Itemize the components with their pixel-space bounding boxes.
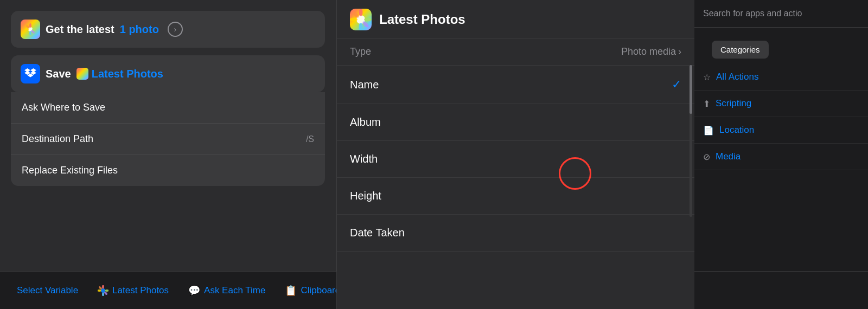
ask-where-save-item[interactable]: Ask Where to Save <box>11 92 325 124</box>
dropdown-item-height[interactable]: Height <box>337 178 694 215</box>
right-nav-scripting[interactable]: ⬆ Scripting <box>694 91 868 117</box>
dropdown-scrollbar-thumb <box>690 65 692 114</box>
svg-point-3 <box>24 28 29 30</box>
categories-button[interactable]: Categories <box>712 41 769 59</box>
svg-point-15 <box>350 18 358 22</box>
scripting-icon: ⬆ <box>703 99 710 109</box>
media-icon: ⊘ <box>703 152 710 162</box>
location-icon: 📄 <box>703 125 714 136</box>
svg-point-23 <box>105 289 109 292</box>
svg-point-22 <box>98 289 101 292</box>
name-checkmark: ✓ <box>672 78 681 92</box>
save-card[interactable]: Save Latest Photos <box>11 55 325 92</box>
photos-mini-icon <box>76 68 88 80</box>
dropdown-item-width[interactable]: Width <box>337 141 694 178</box>
star-icon: ☆ <box>703 72 711 82</box>
svg-point-13 <box>359 9 363 16</box>
destination-path-item[interactable]: Destination Path /S <box>11 124 325 155</box>
svg-point-14 <box>359 23 363 30</box>
dropdown-item-date-taken[interactable]: Date Taken <box>337 215 694 252</box>
toolbar-latest-photos[interactable]: Latest Photos <box>88 285 178 296</box>
dropdown-overlay: Latest Photos Type Photo media › Name ✓ … <box>336 0 694 309</box>
replace-files-item[interactable]: Replace Existing Files <box>11 155 325 186</box>
svg-point-1 <box>29 23 31 28</box>
photo-count-badge: 1 photo <box>120 23 159 36</box>
right-panel: Search for apps and actio Categories ☆ A… <box>694 0 868 309</box>
svg-point-20 <box>102 285 104 289</box>
dropdown-item-name[interactable]: Name ✓ <box>337 66 694 104</box>
right-panel-search-text: Search for apps and actio <box>694 9 868 28</box>
toolbar-photos-icon <box>98 285 108 296</box>
type-label: Type <box>350 46 371 57</box>
svg-point-4 <box>32 28 36 30</box>
toolbar-select-variable[interactable]: Select Variable <box>11 285 88 296</box>
save-photos-link[interactable]: Latest Photos <box>76 68 163 80</box>
dropdown-scrollbar[interactable] <box>690 65 692 217</box>
type-row[interactable]: Type Photo media › <box>337 38 694 66</box>
right-nav-location[interactable]: 📄 Location <box>694 117 868 144</box>
right-nav-media[interactable]: ⊘ Media <box>694 144 868 170</box>
left-panel: Get the latest 1 photo › Save Latest Pho… <box>0 0 336 309</box>
type-value: Photo media › <box>621 46 681 57</box>
dropdown-title: Latest Photos <box>379 12 465 27</box>
dropbox-icon <box>21 64 40 83</box>
action-list: Ask Where to Save Destination Path /S Re… <box>11 92 325 186</box>
workflow-card[interactable]: Get the latest 1 photo › <box>11 11 325 48</box>
svg-point-16 <box>364 18 372 22</box>
dropdown-item-album[interactable]: Album <box>337 104 694 141</box>
destination-path-value: /S <box>306 134 314 144</box>
right-nav-all-actions[interactable]: ☆ All Actions <box>694 64 868 91</box>
clipboard-icon: 📋 <box>285 285 297 297</box>
dropdown-header: Latest Photos <box>337 0 694 38</box>
save-label: Save <box>46 68 71 80</box>
workflow-expand-button[interactable]: › <box>168 22 183 37</box>
ask-each-time-icon: 💬 <box>188 285 200 297</box>
photos-icon <box>21 20 40 39</box>
svg-point-2 <box>29 31 31 35</box>
svg-point-21 <box>102 293 104 297</box>
toolbar-ask-each-time[interactable]: 💬 Ask Each Time <box>178 285 275 297</box>
dropdown-header-icon <box>350 9 372 30</box>
workflow-title: Get the latest <box>46 23 114 36</box>
